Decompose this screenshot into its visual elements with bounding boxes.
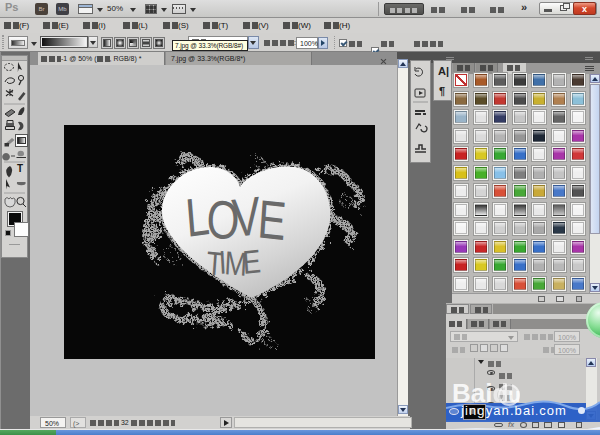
svg-text:LOVE: LOVE: [183, 185, 288, 251]
svg-text:TIME: TIME: [205, 243, 262, 283]
